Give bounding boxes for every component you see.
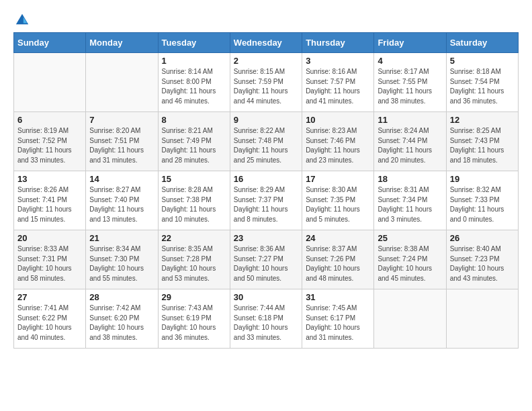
day-info: Sunrise: 8:37 AM Sunset: 7:26 PM Dayligh… <box>306 244 370 283</box>
col-header-monday: Monday <box>86 33 158 53</box>
day-info: Sunrise: 7:45 AM Sunset: 6:17 PM Dayligh… <box>306 304 370 342</box>
day-number: 8 <box>162 115 226 125</box>
calendar-cell <box>14 53 86 112</box>
day-info: Sunrise: 8:38 AM Sunset: 7:24 PM Dayligh… <box>378 244 442 283</box>
calendar-cell: 11Sunrise: 8:24 AM Sunset: 7:44 PM Dayli… <box>374 112 446 171</box>
calendar-cell: 27Sunrise: 7:41 AM Sunset: 6:22 PM Dayli… <box>14 289 86 349</box>
col-header-tuesday: Tuesday <box>158 33 230 53</box>
day-info: Sunrise: 8:20 AM Sunset: 7:51 PM Dayligh… <box>89 126 154 165</box>
calendar-cell: 2Sunrise: 8:15 AM Sunset: 7:59 PM Daylig… <box>230 53 302 112</box>
day-number: 4 <box>378 56 442 66</box>
day-info: Sunrise: 7:44 AM Sunset: 6:18 PM Dayligh… <box>234 304 298 342</box>
calendar-cell: 4Sunrise: 8:17 AM Sunset: 7:55 PM Daylig… <box>374 53 446 112</box>
calendar-cell: 26Sunrise: 8:40 AM Sunset: 7:23 PM Dayli… <box>446 230 518 289</box>
day-number: 19 <box>450 174 515 184</box>
day-number: 15 <box>162 174 226 184</box>
col-header-friday: Friday <box>374 33 446 53</box>
day-info: Sunrise: 8:17 AM Sunset: 7:55 PM Dayligh… <box>378 67 442 106</box>
calendar-page: SundayMondayTuesdayWednesdayThursdayFrid… <box>0 0 532 362</box>
calendar-cell: 16Sunrise: 8:29 AM Sunset: 7:37 PM Dayli… <box>230 171 302 230</box>
day-number: 28 <box>89 292 154 302</box>
day-number: 6 <box>17 115 82 125</box>
calendar-cell: 22Sunrise: 8:35 AM Sunset: 7:28 PM Dayli… <box>158 230 230 289</box>
day-info: Sunrise: 8:34 AM Sunset: 7:30 PM Dayligh… <box>89 244 154 283</box>
day-info: Sunrise: 8:28 AM Sunset: 7:38 PM Dayligh… <box>162 185 226 224</box>
day-info: Sunrise: 7:43 AM Sunset: 6:19 PM Dayligh… <box>162 304 226 342</box>
logo <box>13 12 30 27</box>
day-number: 16 <box>234 174 298 184</box>
day-info: Sunrise: 8:31 AM Sunset: 7:34 PM Dayligh… <box>378 185 442 224</box>
day-info: Sunrise: 7:41 AM Sunset: 6:22 PM Dayligh… <box>17 304 82 342</box>
day-info: Sunrise: 8:33 AM Sunset: 7:31 PM Dayligh… <box>17 244 82 283</box>
calendar-cell: 31Sunrise: 7:45 AM Sunset: 6:17 PM Dayli… <box>302 289 374 349</box>
day-info: Sunrise: 8:35 AM Sunset: 7:28 PM Dayligh… <box>162 244 226 283</box>
calendar-cell: 23Sunrise: 8:36 AM Sunset: 7:27 PM Dayli… <box>230 230 302 289</box>
calendar-cell: 29Sunrise: 7:43 AM Sunset: 6:19 PM Dayli… <box>158 289 230 349</box>
calendar-cell: 19Sunrise: 8:32 AM Sunset: 7:33 PM Dayli… <box>446 171 518 230</box>
day-info: Sunrise: 8:24 AM Sunset: 7:44 PM Dayligh… <box>378 126 442 165</box>
calendar-cell: 5Sunrise: 8:18 AM Sunset: 7:54 PM Daylig… <box>446 53 518 112</box>
day-number: 9 <box>234 115 298 125</box>
day-info: Sunrise: 8:16 AM Sunset: 7:57 PM Dayligh… <box>306 67 370 106</box>
day-info: Sunrise: 8:19 AM Sunset: 7:52 PM Dayligh… <box>17 126 82 165</box>
day-info: Sunrise: 8:36 AM Sunset: 7:27 PM Dayligh… <box>234 244 298 283</box>
calendar-cell: 24Sunrise: 8:37 AM Sunset: 7:26 PM Dayli… <box>302 230 374 289</box>
day-number: 5 <box>450 56 515 66</box>
calendar-cell: 15Sunrise: 8:28 AM Sunset: 7:38 PM Dayli… <box>158 171 230 230</box>
day-info: Sunrise: 8:21 AM Sunset: 7:49 PM Dayligh… <box>162 126 226 165</box>
calendar-cell: 10Sunrise: 8:23 AM Sunset: 7:46 PM Dayli… <box>302 112 374 171</box>
calendar-cell: 7Sunrise: 8:20 AM Sunset: 7:51 PM Daylig… <box>86 112 158 171</box>
day-info: Sunrise: 8:40 AM Sunset: 7:23 PM Dayligh… <box>450 244 515 283</box>
day-number: 10 <box>306 115 370 125</box>
calendar-cell <box>374 289 446 349</box>
calendar-cell <box>446 289 518 349</box>
day-number: 31 <box>306 292 370 302</box>
day-number: 30 <box>234 292 298 302</box>
day-number: 25 <box>378 233 442 243</box>
calendar-cell: 13Sunrise: 8:26 AM Sunset: 7:41 PM Dayli… <box>14 171 86 230</box>
calendar-cell: 8Sunrise: 8:21 AM Sunset: 7:49 PM Daylig… <box>158 112 230 171</box>
day-info: Sunrise: 8:18 AM Sunset: 7:54 PM Dayligh… <box>450 67 515 106</box>
calendar-table: SundayMondayTuesdayWednesdayThursdayFrid… <box>13 32 519 349</box>
calendar-cell: 21Sunrise: 8:34 AM Sunset: 7:30 PM Dayli… <box>86 230 158 289</box>
day-info: Sunrise: 8:14 AM Sunset: 8:00 PM Dayligh… <box>162 67 226 106</box>
day-number: 20 <box>17 233 82 243</box>
day-number: 12 <box>450 115 515 125</box>
calendar-cell: 30Sunrise: 7:44 AM Sunset: 6:18 PM Dayli… <box>230 289 302 349</box>
day-number: 17 <box>306 174 370 184</box>
day-number: 3 <box>306 56 370 66</box>
day-info: Sunrise: 8:23 AM Sunset: 7:46 PM Dayligh… <box>306 126 370 165</box>
day-number: 2 <box>234 56 298 66</box>
day-number: 18 <box>378 174 442 184</box>
day-info: Sunrise: 7:42 AM Sunset: 6:20 PM Dayligh… <box>89 304 154 342</box>
header <box>13 12 519 27</box>
calendar-cell: 17Sunrise: 8:30 AM Sunset: 7:35 PM Dayli… <box>302 171 374 230</box>
day-number: 14 <box>89 174 154 184</box>
calendar-cell: 12Sunrise: 8:25 AM Sunset: 7:43 PM Dayli… <box>446 112 518 171</box>
day-number: 21 <box>89 233 154 243</box>
day-number: 24 <box>306 233 370 243</box>
calendar-cell: 1Sunrise: 8:14 AM Sunset: 8:00 PM Daylig… <box>158 53 230 112</box>
col-header-thursday: Thursday <box>302 33 374 53</box>
day-info: Sunrise: 8:15 AM Sunset: 7:59 PM Dayligh… <box>234 67 298 106</box>
calendar-cell <box>86 53 158 112</box>
day-number: 26 <box>450 233 515 243</box>
day-info: Sunrise: 8:25 AM Sunset: 7:43 PM Dayligh… <box>450 126 515 165</box>
calendar-cell: 28Sunrise: 7:42 AM Sunset: 6:20 PM Dayli… <box>86 289 158 349</box>
day-info: Sunrise: 8:26 AM Sunset: 7:41 PM Dayligh… <box>17 185 82 224</box>
day-number: 27 <box>17 292 82 302</box>
day-number: 13 <box>17 174 82 184</box>
calendar-cell: 6Sunrise: 8:19 AM Sunset: 7:52 PM Daylig… <box>14 112 86 171</box>
calendar-cell: 18Sunrise: 8:31 AM Sunset: 7:34 PM Dayli… <box>374 171 446 230</box>
day-info: Sunrise: 8:30 AM Sunset: 7:35 PM Dayligh… <box>306 185 370 224</box>
day-info: Sunrise: 8:29 AM Sunset: 7:37 PM Dayligh… <box>234 185 298 224</box>
day-number: 11 <box>378 115 442 125</box>
col-header-wednesday: Wednesday <box>230 33 302 53</box>
day-number: 22 <box>162 233 226 243</box>
calendar-cell: 25Sunrise: 8:38 AM Sunset: 7:24 PM Dayli… <box>374 230 446 289</box>
day-number: 1 <box>162 56 226 66</box>
col-header-sunday: Sunday <box>14 33 86 53</box>
calendar-cell: 9Sunrise: 8:22 AM Sunset: 7:48 PM Daylig… <box>230 112 302 171</box>
calendar-cell: 20Sunrise: 8:33 AM Sunset: 7:31 PM Dayli… <box>14 230 86 289</box>
day-number: 7 <box>89 115 154 125</box>
